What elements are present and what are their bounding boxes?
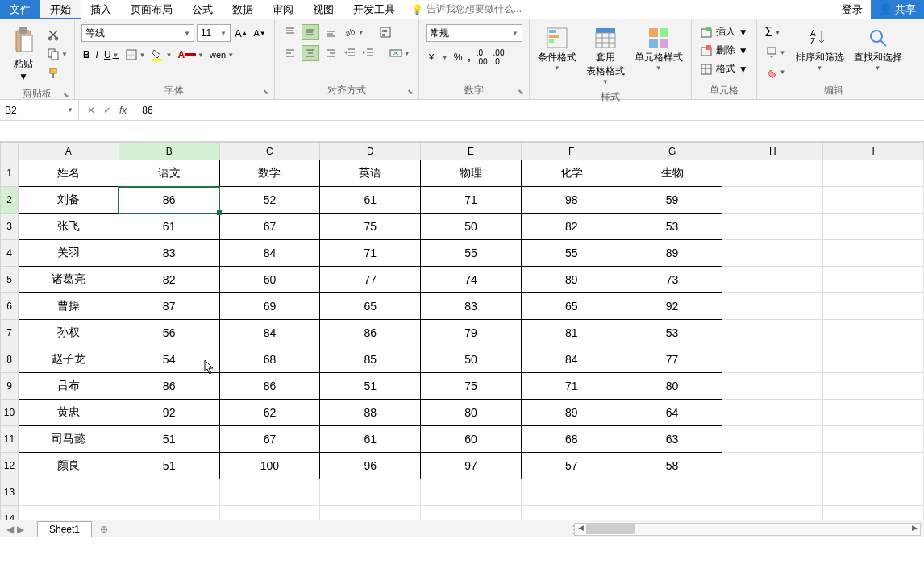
cell[interactable]	[622, 506, 722, 520]
row-header[interactable]: 14	[1, 506, 19, 520]
cell[interactable]	[722, 187, 823, 214]
cell[interactable]: 68	[219, 346, 320, 373]
cell[interactable]: 51	[119, 426, 219, 453]
paste-button[interactable]: 粘贴 ▼	[5, 22, 42, 85]
number-dialog-launcher[interactable]: ⬊	[518, 88, 524, 96]
column-header[interactable]: E	[421, 143, 522, 160]
cut-button[interactable]	[45, 27, 69, 43]
decrease-decimal-button[interactable]: .00.0	[492, 47, 506, 68]
cell[interactable]	[219, 506, 320, 520]
cell[interactable]: 86	[320, 320, 421, 346]
formula-input[interactable]: 86	[135, 105, 924, 116]
cell[interactable]: 数学	[219, 160, 320, 187]
cell[interactable]	[722, 426, 823, 453]
cell[interactable]: 100	[219, 453, 320, 479]
cell[interactable]	[823, 426, 924, 453]
column-header[interactable]: F	[521, 143, 622, 160]
cell[interactable]: 88	[320, 400, 421, 426]
tell-me-search[interactable]: 💡 告诉我您想要做什么...	[411, 2, 522, 16]
cell[interactable]: 80	[421, 400, 522, 426]
cell[interactable]	[421, 479, 522, 506]
align-top-button[interactable]	[281, 24, 299, 40]
cell[interactable]: 82	[119, 267, 219, 293]
sheet-nav-prev[interactable]: ◀	[6, 524, 14, 535]
format-cells-button[interactable]: 格式 ▼	[698, 60, 750, 77]
delete-cells-button[interactable]: 删除 ▼	[698, 42, 750, 59]
scroll-left-button[interactable]: ◀	[575, 524, 586, 535]
scroll-right-button[interactable]: ▶	[909, 524, 920, 535]
cell[interactable]	[823, 346, 924, 373]
cell[interactable]	[320, 506, 421, 520]
row-header[interactable]: 3	[1, 214, 19, 240]
cell[interactable]: 孙权	[18, 320, 119, 346]
cell[interactable]: 61	[320, 426, 421, 453]
cell[interactable]: 59	[622, 187, 722, 214]
cell[interactable]	[722, 400, 823, 426]
row-header[interactable]: 13	[1, 479, 19, 506]
column-header[interactable]: I	[823, 143, 924, 160]
cell[interactable]: 61	[320, 187, 421, 214]
cell[interactable]	[320, 479, 421, 506]
cell-styles-button[interactable]: 单元格样式▼	[631, 22, 686, 75]
cell[interactable]: 颜良	[18, 453, 119, 479]
decrease-indent-button[interactable]	[342, 45, 358, 61]
cell[interactable]: 84	[521, 346, 622, 373]
cell[interactable]	[823, 293, 924, 320]
align-dialog-launcher[interactable]: ⬊	[407, 88, 414, 96]
insert-cells-button[interactable]: 插入 ▼	[698, 23, 750, 40]
align-center-button[interactable]	[302, 45, 319, 61]
cell[interactable]	[722, 479, 823, 506]
cell[interactable]: 50	[421, 346, 522, 373]
cell[interactable]	[722, 453, 823, 479]
italic-button[interactable]: I	[94, 48, 100, 62]
cell[interactable]: 86	[219, 373, 320, 400]
row-header[interactable]: 6	[1, 293, 19, 320]
add-sheet-button[interactable]: ⊕	[100, 524, 108, 535]
scroll-thumb[interactable]	[586, 524, 635, 534]
row-header[interactable]: 8	[1, 346, 19, 373]
sort-filter-button[interactable]: AZ 排序和筛选▼	[793, 22, 847, 75]
decrease-font-button[interactable]: A▼	[252, 27, 268, 39]
cell[interactable]: 83	[119, 240, 219, 267]
cancel-formula-button[interactable]: ✕	[87, 105, 95, 116]
cell[interactable]	[823, 240, 924, 267]
cell[interactable]	[219, 479, 320, 506]
format-painter-button[interactable]	[45, 65, 69, 81]
cell[interactable]: 司马懿	[18, 426, 119, 453]
cell[interactable]: 71	[421, 187, 522, 214]
comma-button[interactable]: ,	[466, 50, 472, 64]
border-button[interactable]: ▼	[123, 47, 148, 63]
row-header[interactable]: 5	[1, 267, 19, 293]
format-as-table-button[interactable]: 套用 表格格式▼	[583, 22, 628, 89]
phonetic-button[interactable]: wén▼	[208, 48, 235, 61]
menu-home[interactable]: 开始	[40, 0, 81, 19]
cell[interactable]: 71	[521, 373, 622, 400]
enter-formula-button[interactable]: ✓	[103, 105, 111, 116]
cell[interactable]	[823, 506, 924, 520]
cell[interactable]	[119, 506, 219, 520]
orientation-button[interactable]: ab▼	[342, 24, 366, 40]
font-color-button[interactable]: A▼	[176, 48, 206, 62]
cell[interactable]	[521, 479, 622, 506]
cell[interactable]	[722, 346, 823, 373]
cell[interactable]: 77	[320, 267, 421, 293]
increase-font-button[interactable]: A▲	[233, 26, 250, 41]
number-format-combo[interactable]: 常规▼	[426, 24, 522, 42]
cell[interactable]: 刘备	[18, 187, 119, 214]
cell[interactable]: 82	[521, 214, 622, 240]
cell[interactable]	[521, 506, 622, 520]
cell[interactable]: 56	[119, 320, 219, 346]
cell[interactable]: 53	[622, 214, 722, 240]
cell[interactable]: 86	[119, 373, 219, 400]
cell[interactable]	[722, 506, 823, 520]
increase-decimal-button[interactable]: .0.00	[475, 47, 489, 68]
cell[interactable]: 92	[622, 293, 722, 320]
cell[interactable]	[722, 293, 823, 320]
cell[interactable]: 73	[622, 267, 722, 293]
menu-insert[interactable]: 插入	[81, 0, 121, 19]
cell[interactable]: 84	[219, 320, 320, 346]
cell[interactable]: 吕布	[18, 373, 119, 400]
row-header[interactable]: 9	[1, 373, 19, 400]
cell[interactable]: 92	[119, 400, 219, 426]
cell[interactable]: 69	[219, 293, 320, 320]
